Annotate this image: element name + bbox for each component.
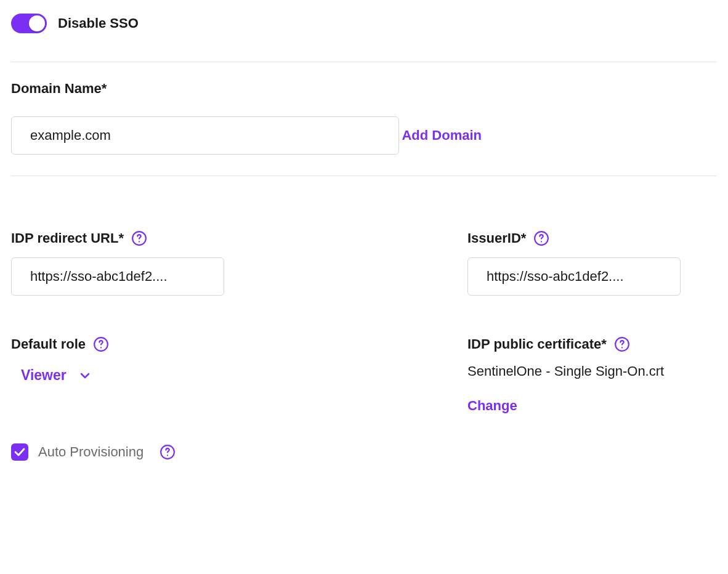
default-role-selected: Viewer	[21, 367, 67, 384]
change-cert-link[interactable]: Change	[467, 398, 517, 414]
domain-name-label: Domain Name*	[11, 81, 717, 97]
idp-redirect-input[interactable]	[11, 257, 224, 296]
help-icon[interactable]	[160, 444, 176, 460]
help-icon[interactable]	[533, 230, 549, 246]
domain-name-input[interactable]	[11, 116, 399, 155]
default-role-label: Default role	[11, 336, 86, 352]
check-icon	[14, 448, 25, 456]
disable-sso-toggle[interactable]	[11, 14, 47, 33]
help-icon[interactable]	[614, 336, 630, 352]
idp-redirect-label: IDP redirect URL*	[11, 230, 124, 246]
help-icon[interactable]	[93, 336, 109, 352]
help-icon[interactable]	[131, 230, 147, 246]
toggle-knob	[29, 15, 45, 31]
idp-cert-label: IDP public certificate*	[467, 336, 607, 352]
issuer-id-input[interactable]	[467, 257, 681, 296]
svg-point-7	[621, 347, 623, 348]
issuer-id-label: IssuerID*	[467, 230, 526, 246]
divider	[11, 62, 717, 62]
svg-point-1	[139, 241, 140, 242]
default-role-dropdown[interactable]: Viewer	[11, 363, 90, 384]
chevron-down-icon	[80, 373, 90, 379]
auto-provisioning-label: Auto Provisioning	[38, 444, 144, 460]
svg-point-5	[541, 241, 542, 242]
auto-provisioning-checkbox[interactable]	[11, 443, 28, 461]
divider	[11, 176, 717, 176]
disable-sso-label: Disable SSO	[58, 15, 139, 31]
svg-point-9	[167, 455, 168, 456]
add-domain-link[interactable]: Add Domain	[402, 127, 482, 144]
svg-point-3	[100, 347, 102, 348]
idp-cert-filename: SentinelOne - Single Sign-On.crt	[467, 363, 717, 379]
